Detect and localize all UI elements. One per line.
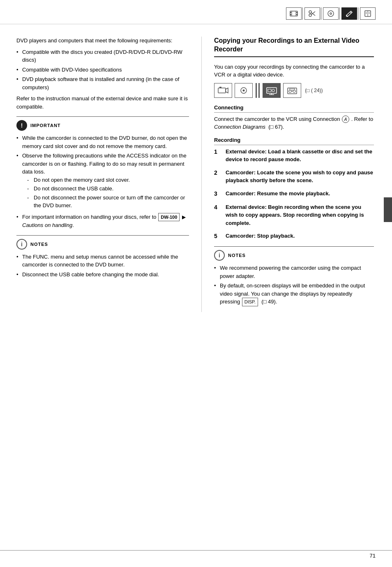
important-header: ! IMPORTANT: [16, 120, 189, 131]
connecting-text: Connect the camcorder to the VCR using C…: [214, 115, 374, 131]
sub-item-2: Do not disconnect the USB cable.: [27, 185, 189, 193]
svg-point-12: [330, 13, 332, 14]
dw100-badge: DW-100: [158, 213, 180, 222]
notes-label-left: NOTES: [30, 242, 48, 247]
sub-bullet-list: Do not open the memory card slot cover. …: [27, 176, 189, 210]
conn-page-ref: (□ ( 24)): [304, 88, 323, 93]
req-item-3: DVD playback software that is installed …: [16, 75, 189, 91]
conn-icon-circle: [235, 83, 253, 98]
intro-text: DVD players and computers that meet the …: [16, 37, 189, 45]
bottom-line: [0, 550, 392, 551]
important-label: IMPORTANT: [30, 123, 61, 128]
conn-icon-vcr: [263, 83, 281, 98]
col-right: Copying your Recordings to an External V…: [201, 37, 374, 312]
svg-rect-22: [218, 88, 226, 93]
right-side-bar: [384, 197, 392, 222]
notes-item-left-2: Disconnect the USB cable before changing…: [16, 271, 189, 279]
important-item-3: For important information on handling yo…: [16, 213, 189, 229]
icon-disc: [323, 7, 339, 20]
arrow-icon: ▶: [182, 214, 186, 220]
svg-rect-3: [296, 12, 297, 13]
double-sep-1: [256, 83, 257, 98]
svg-rect-2: [290, 14, 291, 15]
notes-box-left: i NOTES The FUNC. menu and setup menus c…: [16, 235, 189, 279]
svg-point-33: [289, 90, 291, 93]
svg-point-26: [243, 89, 245, 91]
recording-title: Recording: [214, 137, 374, 145]
main-content: DVD players and computers that meet the …: [0, 24, 392, 324]
step-4: 4 External device: Begin recording when …: [214, 203, 374, 227]
notes-box-right: i NOTES We recommend powering the camcor…: [214, 246, 374, 306]
icon-sep-3: [339, 7, 340, 20]
conn-icon-cam: [214, 83, 232, 98]
icon-scissors: [304, 7, 320, 20]
svg-marker-23: [226, 88, 228, 93]
req-item-1: Compatible with the discs you created (D…: [16, 48, 189, 64]
svg-rect-0: [290, 11, 297, 16]
requirements-list: Compatible with the discs you created (D…: [16, 48, 189, 92]
req-item-2: Compatible with DVD-Video specifications: [16, 66, 189, 74]
circle-a-icon: A: [342, 116, 349, 123]
notes-list-right: We recommend powering the camcorder usin…: [214, 264, 374, 306]
notes-item-left-1: The FUNC. menu and setup menus cannot be…: [16, 253, 189, 269]
important-list: While the camcorder is connected to the …: [16, 134, 189, 229]
connecting-title: Connecting: [214, 104, 374, 113]
svg-rect-4: [296, 14, 297, 15]
step-2: 2 Camcorder: Locate the scene you wish t…: [214, 169, 374, 185]
svg-rect-24: [219, 87, 221, 88]
page-number: 71: [370, 553, 376, 559]
svg-rect-1: [290, 12, 291, 13]
step-3: 3 Camcorder: Resume the movie playback.: [214, 190, 374, 198]
right-intro: You can copy your recordings by connecti…: [214, 63, 374, 79]
svg-point-34: [293, 90, 295, 93]
disp-badge: DISP.: [242, 298, 258, 306]
step-5: 5 Camcorder: Stop playback.: [214, 232, 374, 241]
notes-item-right-1: We recommend powering the camcorder usin…: [214, 264, 374, 280]
col-left: DVD players and computers that meet the …: [16, 37, 189, 312]
svg-rect-28: [268, 89, 271, 92]
important-icon: !: [16, 120, 27, 131]
important-box: ! IMPORTANT While the camcorder is conne…: [16, 116, 189, 229]
notes-header-right: i NOTES: [214, 250, 374, 261]
notes-icon-left: i: [16, 239, 27, 250]
svg-point-29: [272, 89, 274, 92]
icon-edit: [341, 7, 357, 20]
section-title: Copying your Recordings to an External V…: [214, 37, 374, 57]
notes-icon-right: i: [214, 250, 225, 261]
icon-film: [286, 7, 302, 20]
sub-item-3: Do not disconnect the power source or tu…: [27, 194, 189, 210]
notes-label-right: NOTES: [228, 253, 246, 258]
important-item-2: Observe the following precautions while …: [16, 152, 189, 210]
double-sep-2: [258, 83, 260, 98]
conn-icons-row: (□ ( 24)): [214, 83, 374, 98]
refer-text: Refer to the instruction manual of the e…: [16, 95, 189, 111]
conn-page: (□ 67).: [267, 124, 284, 130]
icon-sep-2: [321, 7, 321, 20]
top-icon-bar: [0, 0, 392, 24]
page-container: DVD players and computers that meet the …: [0, 0, 392, 567]
conn-icon-tape: [283, 83, 301, 98]
step-list: 1 External device: Load a blank cassette…: [214, 148, 374, 241]
svg-line-13: [350, 12, 351, 13]
notes-list-left: The FUNC. menu and setup menus cannot be…: [16, 253, 189, 279]
connection-diagrams-italic: Connection Diagrams: [214, 124, 265, 130]
sub-item-1: Do not open the memory card slot cover.: [27, 176, 189, 184]
icon-sep-4: [358, 7, 358, 20]
icon-book: [360, 7, 376, 20]
important-item-1: While the camcorder is connected to the …: [16, 134, 189, 150]
svg-point-11: [328, 11, 334, 16]
notes-header-left: i NOTES: [16, 239, 189, 250]
svg-rect-36: [290, 88, 295, 90]
cautions-text: Cautions on handling: [22, 222, 72, 228]
icon-sep-1: [302, 7, 303, 20]
notes-item-right-2: By default, on-screen displays will be e…: [214, 282, 374, 306]
step-1: 1 External device: Load a blank cassette…: [214, 148, 374, 164]
